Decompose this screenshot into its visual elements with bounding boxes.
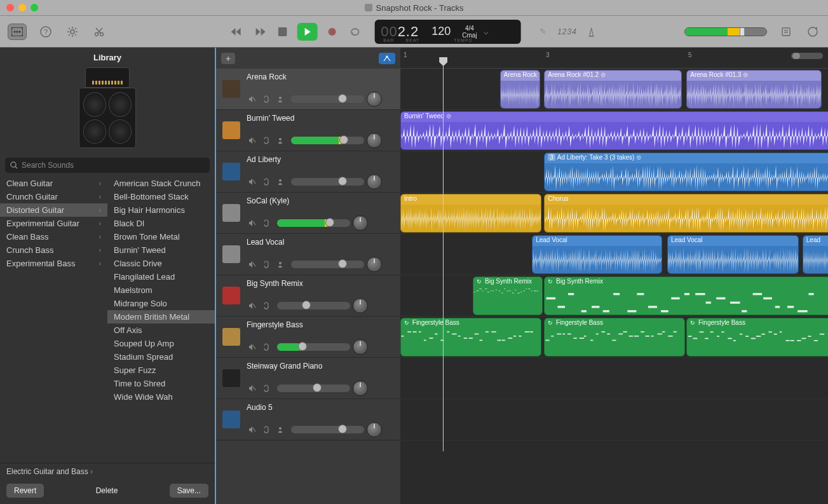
help-button[interactable]: ? (38, 24, 53, 39)
volume-slider[interactable] (277, 385, 350, 392)
pan-knob[interactable] (367, 92, 382, 107)
revert-button[interactable]: Revert (6, 484, 44, 498)
volume-slider[interactable] (277, 302, 350, 310)
minimize-window-button[interactable] (18, 4, 26, 11)
region[interactable]: ↻ Big Synth Remix (544, 276, 828, 315)
category-item[interactable]: Crunch Guitar› (0, 190, 107, 203)
patch-item[interactable]: Brown Tone Metal (107, 230, 215, 243)
tuning-fork-icon[interactable]: ✎ (534, 24, 551, 40)
pan-knob[interactable] (367, 257, 382, 272)
close-window-button[interactable] (6, 4, 14, 11)
patch-item[interactable]: Flangilated Lead (107, 270, 215, 283)
solo-button[interactable] (261, 94, 272, 104)
play-button[interactable] (297, 23, 317, 41)
patch-item[interactable]: Off Axis (107, 324, 215, 337)
notepad-button[interactable] (778, 24, 794, 39)
zoom-window-button[interactable] (31, 4, 38, 11)
delete-button[interactable]: Delete (88, 484, 126, 498)
save-button[interactable]: Save... (170, 484, 208, 498)
track-header[interactable]: Audio 5 (216, 399, 400, 440)
input-monitor-button[interactable] (275, 259, 286, 269)
metronome-icon[interactable] (583, 24, 600, 40)
timeline[interactable]: Arena Rock ⊚ Arena Rock #01.2 ⊚ Arena Ro… (400, 69, 828, 504)
track-lane[interactable] (400, 399, 828, 440)
region[interactable]: Lead Vocal (532, 235, 662, 274)
solo-button[interactable] (261, 135, 272, 146)
patch-item[interactable]: Souped Up Amp (107, 337, 215, 350)
region[interactable]: ↻ Fingerstyle Bass (686, 318, 828, 357)
category-item[interactable]: Experimental Bass› (0, 257, 107, 270)
volume-slider[interactable] (291, 178, 364, 186)
category-item[interactable]: Experimental Guitar› (0, 217, 107, 230)
pan-knob[interactable] (353, 381, 368, 396)
volume-slider[interactable] (291, 261, 364, 268)
forward-button[interactable] (251, 24, 268, 40)
input-monitor-button[interactable] (275, 94, 286, 104)
solo-button[interactable] (261, 218, 272, 228)
solo-button[interactable] (261, 177, 272, 187)
region[interactable]: Lead (803, 235, 828, 274)
category-item[interactable]: Crunch Bass› (0, 243, 107, 257)
pan-knob[interactable] (367, 422, 382, 437)
patch-item[interactable]: Midrange Solo (107, 297, 215, 310)
add-track-button[interactable]: + (221, 53, 235, 64)
track-lane[interactable] (400, 358, 828, 399)
region[interactable]: Chorus (544, 194, 828, 233)
mute-button[interactable] (247, 94, 258, 104)
category-item[interactable]: Distorted Guitar› (0, 203, 107, 217)
mute-button[interactable] (247, 301, 258, 311)
mute-button[interactable] (247, 218, 258, 228)
mute-button[interactable] (247, 259, 258, 269)
patch-item[interactable]: Time to Shred (107, 377, 215, 390)
track-header[interactable]: Steinway Grand Piano (216, 358, 400, 399)
solo-button[interactable] (261, 301, 272, 311)
horizontal-zoom-slider[interactable] (791, 53, 823, 59)
stop-button[interactable] (274, 24, 290, 40)
track-header[interactable]: SoCal (Kyle) (216, 193, 400, 234)
track-header[interactable]: Ad Liberty (216, 151, 400, 193)
patch-item[interactable]: Bell-Bottomed Stack (107, 190, 215, 203)
track-header[interactable]: Fingerstyle Bass (216, 317, 400, 358)
rewind-button[interactable] (228, 24, 245, 40)
patch-path[interactable]: Electric Guitar and Bass › (0, 463, 215, 480)
input-monitor-button[interactable] (275, 425, 286, 435)
region[interactable]: Burnin' Tweed ⊚ (400, 111, 828, 150)
region[interactable]: Arena Rock #01.3 ⊚ (686, 70, 822, 109)
pan-knob[interactable] (353, 298, 368, 313)
search-input[interactable]: Search Sounds (5, 158, 210, 173)
loops-button[interactable] (805, 24, 820, 39)
volume-slider[interactable] (277, 343, 350, 351)
mute-button[interactable] (247, 135, 258, 146)
solo-button[interactable] (261, 383, 272, 393)
mute-button[interactable] (247, 383, 258, 393)
mute-button[interactable] (247, 425, 258, 435)
pan-knob[interactable] (353, 215, 368, 231)
mute-button[interactable] (247, 342, 258, 352)
patch-item[interactable]: Classic Drive (107, 257, 215, 270)
region[interactable]: Arena Rock ⊚ (500, 70, 540, 109)
track-header[interactable]: Lead Vocal (216, 234, 400, 275)
patch-item[interactable]: Modern British Metal (107, 310, 215, 324)
volume-slider[interactable] (277, 219, 350, 227)
patch-item[interactable]: Burnin' Tweed (107, 243, 215, 257)
category-item[interactable]: Clean Guitar› (0, 177, 107, 190)
solo-button[interactable] (261, 425, 272, 435)
region[interactable]: ↻ Fingerstyle Bass (400, 318, 541, 357)
settings-icon[interactable] (65, 24, 80, 39)
patch-item[interactable]: Super Fuzz (107, 364, 215, 377)
pan-knob[interactable] (367, 133, 382, 148)
patch-item[interactable]: Wide Wide Wah (107, 390, 215, 404)
lcd-dropdown-icon[interactable]: ⌵ (484, 27, 489, 36)
pan-knob[interactable] (367, 174, 382, 189)
region[interactable]: Intro (400, 194, 541, 233)
timeline-ruler[interactable]: 1357911 (400, 48, 828, 69)
patch-item[interactable]: Stadium Spread (107, 350, 215, 364)
lcd-display[interactable]: 002.2 BAR BEAT 120 TEMPO 4/4 Cmaj ⌵ (374, 20, 520, 44)
library-toggle-button[interactable] (8, 24, 27, 40)
region[interactable]: ↻ Big Synth Remix (473, 276, 543, 315)
patch-item[interactable]: Black DI (107, 217, 215, 230)
region[interactable]: Lead Vocal (667, 235, 799, 274)
solo-button[interactable] (261, 259, 272, 269)
record-button[interactable] (323, 24, 340, 40)
solo-button[interactable] (261, 342, 272, 352)
